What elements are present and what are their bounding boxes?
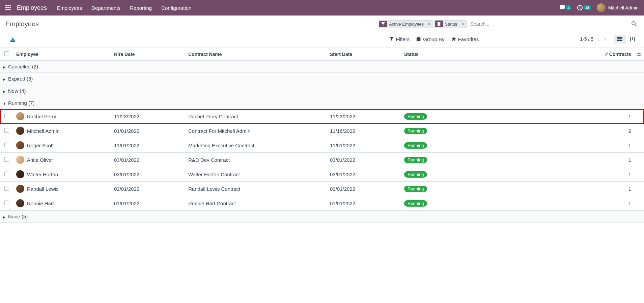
- favorites-label: Favorites: [458, 36, 479, 42]
- contracts-count: 1: [482, 182, 634, 196]
- nav-item-configuration[interactable]: Configuration: [161, 5, 191, 11]
- search-bar: Active Employees × Status ×: [379, 19, 639, 29]
- pager: 1-5 / 5 ‹ ›: [580, 36, 607, 43]
- user-menu[interactable]: Mitchell Admin: [597, 3, 639, 12]
- contracts-count: 2: [482, 124, 634, 138]
- nav-item-employees[interactable]: Employees: [57, 5, 82, 11]
- start-date: 11/01/2022: [327, 138, 401, 153]
- row-checkbox[interactable]: [4, 201, 9, 205]
- caret-icon: ▶: [3, 89, 7, 94]
- row-checkbox[interactable]: [4, 172, 9, 176]
- svg-rect-5: [630, 37, 631, 41]
- table-row[interactable]: Roger Scott 11/01/2022 Marketing Executi…: [0, 138, 644, 153]
- hire-date: 11/23/2022: [111, 109, 186, 124]
- employee-name: Roger Scott: [27, 143, 54, 148]
- facet-label: Status: [443, 21, 459, 28]
- kanban-view-icon[interactable]: [626, 35, 639, 43]
- row-checkbox[interactable]: [4, 186, 9, 191]
- col-contract-name[interactable]: Contract Name: [186, 48, 327, 61]
- hire-date: 01/01/2022: [111, 124, 186, 138]
- user-avatar-icon: [597, 3, 606, 12]
- facet-remove-icon[interactable]: ×: [426, 21, 432, 27]
- col-start-date[interactable]: Start Date: [327, 48, 401, 61]
- employee-avatar-icon: [16, 127, 24, 135]
- status-badge: Running: [404, 128, 427, 134]
- hire-date: 03/01/2022: [111, 153, 186, 167]
- hire-date: 03/01/2022: [111, 167, 186, 182]
- employee-name: Walter Horton: [27, 172, 58, 177]
- status-badge: Running: [404, 200, 427, 207]
- svg-point-8: [639, 53, 640, 54]
- pager-next-icon[interactable]: ›: [604, 36, 607, 43]
- optional-fields-icon[interactable]: [634, 48, 644, 61]
- row-checkbox[interactable]: [4, 128, 9, 133]
- start-date: 01/01/2022: [327, 196, 401, 211]
- group-row[interactable]: ▶Cancelled (2): [0, 61, 644, 73]
- status-badge: Running: [404, 113, 427, 120]
- messages-badge: 4: [566, 5, 571, 10]
- table-row[interactable]: Ronnie Hart 01/01/2022 Ronnie Hart Contr…: [0, 196, 644, 211]
- filters-button[interactable]: Filters: [390, 36, 410, 42]
- contracts-count: 1: [482, 138, 634, 153]
- employee-name: Ronnie Hart: [27, 201, 54, 206]
- employee-avatar-icon: [16, 156, 24, 164]
- caret-icon: ▶: [3, 65, 7, 69]
- messages-icon[interactable]: 4: [559, 5, 571, 10]
- nav-item-departments[interactable]: Departments: [91, 5, 120, 11]
- hire-date: 01/01/2022: [111, 196, 186, 211]
- table-row[interactable]: Rachel Perry 11/23/2022 Rachel Perry Con…: [0, 109, 644, 124]
- row-checkbox[interactable]: [4, 157, 9, 162]
- col-employee[interactable]: Employee: [13, 48, 111, 61]
- contract-name: Walter Horton Contract: [186, 167, 327, 182]
- contracts-count: 1: [482, 109, 634, 124]
- facet-remove-icon[interactable]: ×: [459, 21, 466, 27]
- table-header-row: Employee Hire Date Contract Name Start D…: [0, 48, 644, 61]
- group-row[interactable]: ▼Running (7): [0, 97, 644, 109]
- start-date: 02/01/2022: [327, 182, 401, 196]
- table-row[interactable]: Walter Horton 03/01/2022 Walter Horton C…: [0, 167, 644, 182]
- contract-name: Contract For Mitchell Admin: [186, 124, 327, 138]
- row-checkbox[interactable]: [4, 143, 9, 147]
- col-status[interactable]: Status: [401, 48, 482, 61]
- status-badge: Running: [404, 142, 427, 149]
- start-date: 03/01/2022: [327, 153, 401, 167]
- nav-item-reporting[interactable]: Reporting: [130, 5, 152, 11]
- pager-value[interactable]: 1-5 / 5: [580, 36, 593, 42]
- download-icon[interactable]: [10, 36, 16, 42]
- col-contracts[interactable]: # Contracts: [482, 48, 634, 61]
- group-row[interactable]: ▶New (4): [0, 85, 644, 97]
- employee-name: Anita Oliver: [27, 157, 53, 163]
- hire-date: 11/01/2022: [111, 138, 186, 153]
- favorites-button[interactable]: Favorites: [451, 36, 479, 42]
- table-row[interactable]: Mitchell Admin 01/01/2022 Contract For M…: [0, 124, 644, 138]
- contract-name: Marketing Executive Contract: [186, 138, 327, 153]
- group-row[interactable]: ▶Expired (3): [0, 73, 644, 85]
- search-icon[interactable]: [630, 20, 639, 28]
- pager-prev-icon[interactable]: ‹: [597, 36, 600, 43]
- svg-rect-6: [632, 37, 633, 40]
- list-view-icon[interactable]: [614, 35, 626, 43]
- apps-icon[interactable]: [5, 5, 11, 11]
- layers-icon: [435, 21, 443, 27]
- table-row[interactable]: Randall Lewis 02/01/2022 Randall Lewis C…: [0, 182, 644, 196]
- top-navbar: Employees Employees Departments Reportin…: [0, 0, 644, 16]
- activities-icon[interactable]: 18: [577, 5, 590, 11]
- contracts-count: 1: [482, 196, 634, 211]
- employee-avatar-icon: [16, 141, 24, 149]
- employee-avatar-icon: [16, 170, 24, 178]
- groupby-button[interactable]: Group By: [416, 36, 444, 42]
- status-badge: Running: [404, 171, 427, 178]
- select-all-checkbox[interactable]: [4, 51, 9, 56]
- col-hire-date[interactable]: Hire Date: [111, 48, 186, 61]
- funnel-icon: [379, 21, 387, 27]
- start-date: 11/23/2022: [327, 109, 401, 124]
- app-brand[interactable]: Employees: [17, 4, 47, 11]
- row-checkbox[interactable]: [4, 114, 9, 118]
- contract-name: R&D Dev Contract: [186, 153, 327, 167]
- nav-menu: Employees Departments Reporting Configur…: [57, 5, 191, 11]
- svg-rect-3: [617, 38, 622, 39]
- table-row[interactable]: Anita Oliver 03/01/2022 R&D Dev Contract…: [0, 153, 644, 167]
- facet-label: Active Employees: [387, 21, 426, 28]
- group-row[interactable]: ▶None (5): [0, 211, 644, 223]
- search-input[interactable]: [468, 20, 627, 28]
